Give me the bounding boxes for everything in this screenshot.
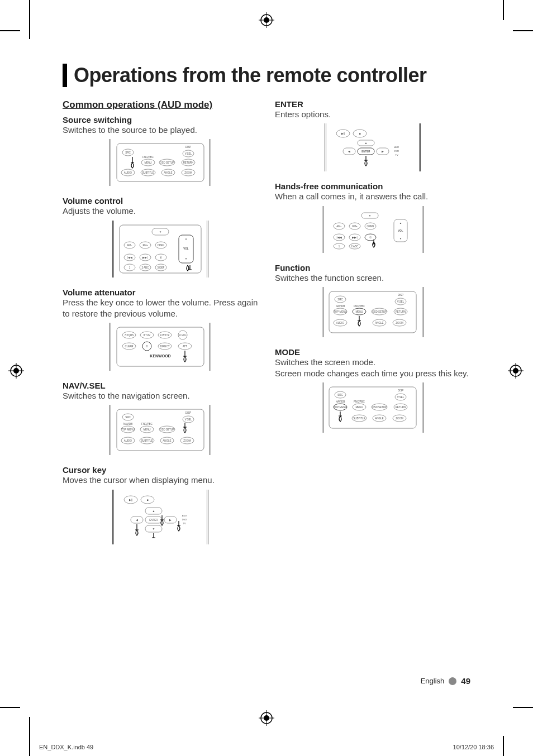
svg-text:FNC/PBC: FNC/PBC [354,305,365,308]
svg-text:ZOOM: ZOOM [183,439,191,442]
item-title-source-switching: Source switching [63,115,258,125]
svg-text:|◀◀: |◀◀ [127,256,132,259]
svg-text:1: 1 [339,245,340,247]
svg-text:2 ABC: 2 ABC [351,245,359,247]
item-desc: Switches to the source to be played. [63,125,258,136]
svg-text:SUBTITLE: SUBTITLE [141,439,153,442]
svg-text:◀: ◀ [136,518,138,521]
item-desc: Press the key once to lower the volume. … [63,297,258,320]
item-desc: Enters options. [275,109,470,120]
svg-text:FM+: FM+ [352,224,357,227]
svg-text:FNC/PBC: FNC/PBC [354,400,365,403]
svg-text:OSD SETUP: OSD SETUP [160,161,174,164]
svg-text:◀: ◀ [348,150,350,153]
svg-text:MENU: MENU [144,161,151,164]
section-heading-common-ops: Common operations (AUD mode) [63,99,258,111]
svg-text:OPEN: OPEN [158,243,165,246]
svg-text:■: ■ [146,498,148,501]
svg-text:TOP MENU: TOP MENU [334,406,347,409]
item-desc: When a call comes in, it answers the cal… [275,191,470,202]
svg-text:▶: ▶ [169,518,172,521]
print-file: EN_DDX_K.indb 49 [39,744,93,750]
svg-text:DISP: DISP [185,146,192,149]
svg-text:SRC: SRC [125,416,131,419]
svg-text:ENTER: ENTER [149,519,158,521]
svg-text:V.SEL: V.SEL [185,152,192,155]
svg-text:▲: ▲ [185,237,187,240]
svg-text:AM−: AM− [336,224,342,227]
svg-text:MENU: MENU [143,428,150,431]
svg-text:▼: ▼ [399,237,402,240]
footer-dot-icon [449,677,456,685]
svg-text:OPEN: OPEN [367,224,374,227]
svg-text:ANGLE: ANGLE [375,417,383,420]
svg-text:▶||: ▶|| [129,498,133,501]
crop-mark [513,707,533,708]
svg-text:FNC/PBC: FNC/PBC [142,156,154,159]
svg-text:AUDIO: AUDIO [336,321,345,324]
svg-text:|◀◀: |◀◀ [336,236,341,238]
svg-text:✆: ✆ [160,256,162,259]
svg-text:SRC: SRC [125,151,131,154]
svg-text:FNC/PBC: FNC/PBC [141,423,153,425]
svg-text:AUDIO: AUDIO [124,439,132,442]
svg-text:▼: ▼ [153,527,155,530]
pointer-hand-icon [364,156,368,166]
page-footer: English 49 [421,676,470,686]
registration-mark-top [259,12,274,28]
item-desc: Switches the function screen. [275,272,470,284]
svg-text:DISP: DISP [398,294,404,296]
svg-text:KENWOOD: KENWOOD [150,354,170,358]
svg-text:✆: ✆ [369,236,372,238]
svg-text:AUDIO: AUDIO [124,171,132,174]
svg-text:▶: ▶ [382,150,384,153]
svg-text:V.SEL: V.SEL [397,396,404,399]
svg-text:TV: TV [395,154,398,156]
print-timestamp: 10/12/20 18:36 [453,744,494,750]
page-title: Operations from the remote controller [74,64,470,87]
remote-figure-vol: ▼ AM− FM+ OPEN ▲VOL▼ |◀◀ ▶▶| ✆ 1 2 ABC 3… [112,221,208,277]
item-title-volume-attenuator: Volume attenuator [63,288,258,297]
svg-text:▶▶|: ▶▶| [142,256,147,259]
svg-text:ATT: ATT [183,345,187,348]
svg-text:▲: ▲ [399,222,402,224]
svg-text:OSD SETUP: OSD SETUP [160,428,174,431]
right-column: ENTER Enters options. ▶|| ■ ▲ ◀ ENTER ▶ … [275,99,470,554]
remote-figure-src: SRC DISP V.SEL FNC/PBC MENU OSD SETUP RE… [110,139,211,186]
svg-text:NAV/DB: NAV/DB [123,423,132,425]
svg-text:DISP: DISP [185,412,192,414]
item-title-mode: MODE [275,347,470,357]
crop-mark [513,30,533,31]
remote-figure-function: SRC DISP V.SEL NAV/DBFNC/PBC TOP MENU ME… [322,287,423,337]
svg-text:ENTER: ENTER [361,150,370,153]
remote-figure-enter: ▶|| ■ ▲ ◀ ENTER ▶ AUDDVDTV [325,123,421,171]
page: Operations from the remote controller Co… [29,30,504,708]
item-desc: Moves the cursor when displaying menu. [63,475,258,486]
left-column: Common operations (AUD mode) Source swit… [63,99,258,554]
svg-text:▼: ▼ [369,214,371,217]
svg-text:OSD SETUP: OSD SETUP [372,406,387,409]
svg-text:SUBTITLE: SUBTITLE [353,417,365,420]
registration-mark-right [508,363,524,379]
svg-text:VOL: VOL [183,247,189,250]
svg-text:▶▶|: ▶▶| [352,236,357,238]
item-desc: Switches the screen mode. Screen mode ch… [275,357,470,380]
svg-text:▶||: ▶|| [341,132,345,135]
svg-text:DVD: DVD [182,518,187,521]
svg-text:V.SEL: V.SEL [185,418,192,421]
crop-mark [0,30,20,31]
registration-mark-bottom [259,710,274,726]
svg-text:8 TUV: 8 TUV [144,334,151,337]
svg-text:AUD: AUD [394,146,399,149]
svg-text:R.VOL: R.VOL [179,334,187,337]
svg-text:TOP MENU: TOP MENU [121,428,135,431]
svg-text:ANGLE: ANGLE [164,171,172,174]
item-title-cursor-key: Cursor key [63,465,258,475]
svg-text:ZOOM: ZOOM [396,417,403,420]
item-title-function: Function [275,263,470,272]
remote-figure-handsfree: ▼ AM− FM+ OPEN ▲VOL▼ |◀◀ ▶▶| ✆ 1 2 ABC [322,206,423,253]
svg-text:▼: ▼ [185,257,187,260]
svg-text:CLEAR: CLEAR [125,345,134,348]
remote-figure-cursor: ▶|| ■ ▲ ◀ ENTER ▶ ▼ AUDDVDTV [112,490,208,544]
svg-text:RETURN: RETURN [396,310,406,313]
